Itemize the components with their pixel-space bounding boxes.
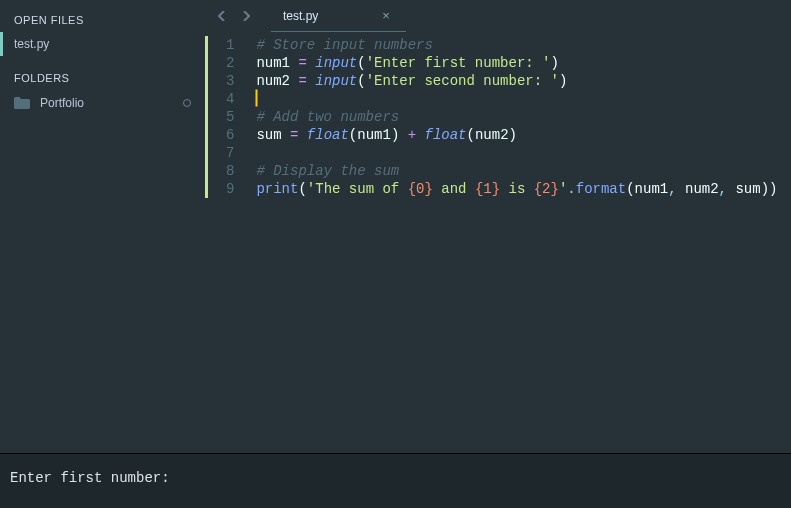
code-line[interactable]: num2 = input('Enter second number: ') <box>256 72 777 90</box>
folders-heading: FOLDERS <box>0 68 205 90</box>
console-line: Enter first number: <box>10 470 170 486</box>
nav-forward-icon[interactable] <box>237 7 255 25</box>
line-number: 5 <box>226 108 234 126</box>
code-line[interactable]: num1 = input('Enter first number: ') <box>256 54 777 72</box>
line-number: 6 <box>226 126 234 144</box>
sidebar: OPEN FILES test.py FOLDERS Portfolio <box>0 0 205 453</box>
console-output[interactable]: Enter first number: <box>0 453 791 508</box>
main-area: OPEN FILES test.py FOLDERS Portfolio <box>0 0 791 453</box>
open-file-item[interactable]: test.py <box>0 32 205 56</box>
line-number: 1 <box>226 36 234 54</box>
folder-status-icon <box>183 99 191 107</box>
code-line[interactable] <box>256 144 777 162</box>
open-file-label: test.py <box>14 37 49 51</box>
folder-icon <box>14 97 30 109</box>
line-number: 3 <box>226 72 234 90</box>
line-number: 7 <box>226 144 234 162</box>
line-number: 4 <box>226 90 234 108</box>
app-root: OPEN FILES test.py FOLDERS Portfolio <box>0 0 791 508</box>
code-line[interactable]: print('The sum of {0} and {1} is {2}'.fo… <box>256 180 777 198</box>
code-line[interactable]: sum = float(num1) + float(num2) <box>256 126 777 144</box>
tab-bar: test.py × <box>205 0 791 32</box>
line-number: 2 <box>226 54 234 72</box>
close-icon[interactable]: × <box>378 8 394 23</box>
code-line[interactable] <box>256 90 777 108</box>
code-line[interactable]: # Store input numbers <box>256 36 777 54</box>
code-editor[interactable]: 123456789 # Store input numbersnum1 = in… <box>205 32 791 453</box>
code-area[interactable]: # Store input numbersnum1 = input('Enter… <box>248 32 777 453</box>
open-files-heading: OPEN FILES <box>0 10 205 32</box>
nav-back-icon[interactable] <box>213 7 231 25</box>
tab-testpy[interactable]: test.py × <box>271 0 406 32</box>
folder-item[interactable]: Portfolio <box>0 90 205 116</box>
code-line[interactable]: # Display the sum <box>256 162 777 180</box>
line-number: 8 <box>226 162 234 180</box>
code-line[interactable]: # Add two numbers <box>256 108 777 126</box>
tab-label: test.py <box>283 9 318 23</box>
folder-label: Portfolio <box>40 96 84 110</box>
text-cursor <box>256 90 257 106</box>
line-number-gutter: 123456789 <box>208 32 248 453</box>
editor-panel: test.py × 123456789 # Store input number… <box>205 0 791 453</box>
line-number: 9 <box>226 180 234 198</box>
